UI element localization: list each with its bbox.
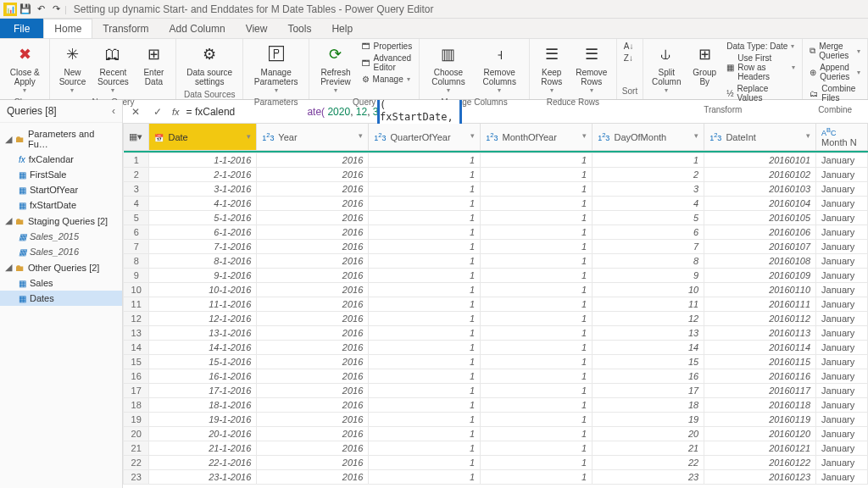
query-item[interactable]: ▦Sales [0, 275, 122, 291]
fx-icon[interactable]: fx [172, 107, 180, 117]
keep-rows-button[interactable]: ☰Keep Rows [535, 41, 569, 96]
app-icon: 📊 [3, 3, 17, 16]
remove-columns-button[interactable]: ⫞Remove Columns [476, 41, 524, 96]
sort-asc-button[interactable]: A↓ [622, 41, 636, 52]
refresh-preview-button[interactable]: ⟳Refresh Preview [314, 41, 356, 96]
group-by-button[interactable]: ⊞Group By [687, 41, 721, 88]
table-row[interactable]: 1010-1-20162016111020160110January [124, 283, 868, 297]
query-item[interactable]: ▦Dates [0, 291, 122, 306]
advanced-editor-button[interactable]: 🗔 Advanced Editor [360, 53, 415, 73]
recent-sources-button[interactable]: 🕮Recent Sources [92, 41, 133, 96]
column-header[interactable]: 📅 Date ▾ [149, 124, 257, 151]
table-row[interactable]: 11-1-2016201611120160101January [124, 153, 868, 168]
undo-icon[interactable]: ↶ [34, 3, 47, 16]
column-header[interactable]: 123 QuarterOfYear ▾ [369, 124, 481, 151]
queries-header-label: Queries [8] [7, 105, 57, 117]
query-item[interactable]: ▦StartOfYear [0, 182, 122, 197]
table-row[interactable]: 1919-1-20162016111920160119January [124, 413, 868, 427]
ribbon: ✖Close & Apply Close ✳New Source 🕮Recent… [0, 39, 868, 100]
enter-data-button[interactable]: ⊞Enter Data [136, 41, 170, 88]
table-row[interactable]: 22-1-2016201611220160102January [124, 168, 868, 182]
merge-queries-button[interactable]: ⧉ Merge Queries [808, 41, 862, 61]
collapse-queries-icon[interactable]: ‹ [112, 105, 115, 117]
table-row[interactable]: 99-1-2016201611920160109January [124, 269, 868, 283]
formula-bar: ✕ ✓ fx = fxCalend ( fxStartDate, ate( 20… [123, 100, 868, 124]
column-header[interactable]: 123 DateInt ▾ [704, 124, 816, 151]
close-apply-button[interactable]: ✖Close & Apply [5, 41, 44, 96]
data-type-button[interactable]: Data Type: Date [725, 41, 797, 52]
table-row[interactable]: 1111-1-20162016111120160111January [124, 297, 868, 312]
table-row[interactable]: 2121-1-20162016112120160121January [124, 441, 868, 456]
column-header[interactable]: ABC Month N [816, 124, 868, 151]
manage-parameters-button[interactable]: 🄿Manage Parameters [248, 41, 303, 96]
table-row[interactable]: 88-1-2016201611820160108January [124, 254, 868, 269]
title-bar: 📊 💾 ↶ ↷ | Setting up dynamic Start- and … [0, 0, 868, 19]
tab-add-column[interactable]: Add Column [159, 19, 236, 38]
cancel-formula-icon[interactable]: ✕ [128, 104, 143, 119]
query-item[interactable]: ▦Sales_2016 [0, 244, 122, 259]
table-row[interactable]: 1717-1-20162016111720160117January [124, 384, 868, 398]
table-row[interactable]: 55-1-2016201611520160105January [124, 211, 868, 225]
table-row[interactable]: 2323-1-20162016112320160123January [124, 470, 868, 485]
table-row[interactable]: 77-1-2016201611720160107January [124, 240, 868, 254]
tab-view[interactable]: View [236, 19, 278, 38]
accept-formula-icon[interactable]: ✓ [150, 104, 165, 119]
manage-button[interactable]: ⚙ Manage [360, 74, 415, 85]
data-source-settings-button[interactable]: ⚙Data source settings [181, 41, 237, 88]
save-icon[interactable]: 💾 [19, 3, 32, 16]
table-row[interactable]: 33-1-2016201611320160103January [124, 182, 868, 197]
tab-transform[interactable]: Transform [92, 19, 159, 38]
query-item[interactable]: ▦FirstSale [0, 167, 122, 182]
new-source-button[interactable]: ✳New Source [55, 41, 89, 96]
query-group[interactable]: ◢🖿Parameters and Fu… [0, 126, 122, 152]
queries-pane: Queries [8] ‹ ◢🖿Parameters and Fu…fxfxCa… [0, 100, 123, 488]
first-row-headers-button[interactable]: ▦ Use First Row as Headers [725, 53, 797, 82]
remove-rows-button[interactable]: ☰Remove Rows [572, 41, 611, 96]
table-row[interactable]: 1313-1-20162016111320160113January [124, 326, 868, 341]
data-grid[interactable]: ▦▾📅 Date ▾123 Year ▾123 QuarterOfYear ▾1… [123, 124, 868, 488]
sort-desc-button[interactable]: Z↓ [622, 53, 636, 64]
split-column-button[interactable]: ⫝Split Column [648, 41, 684, 96]
tab-tools[interactable]: Tools [277, 19, 321, 38]
queries-tree: ◢🖿Parameters and Fu…fxfxCalendar▦FirstSa… [0, 123, 122, 309]
choose-columns-button[interactable]: ▥Choose Columns [425, 41, 471, 96]
window-title: Setting up dynamic Start- and Enddates f… [74, 3, 434, 15]
tab-file[interactable]: File [0, 19, 43, 38]
table-row[interactable]: 44-1-2016201611420160104January [124, 197, 868, 211]
tab-home[interactable]: Home [43, 19, 92, 38]
table-row[interactable]: 1414-1-20162016111420160114January [124, 341, 868, 355]
table-row[interactable]: 1616-1-20162016111620160116January [124, 369, 868, 384]
query-group[interactable]: ◢🖿Staging Queries [2] [0, 213, 122, 229]
table-row[interactable]: 66-1-2016201611620160106January [124, 225, 868, 240]
query-item[interactable]: ▦fxStartDate [0, 197, 122, 213]
table-row[interactable]: 2222-1-20162016112220160122January [124, 456, 868, 470]
query-item[interactable]: ▦Sales_2015 [0, 229, 122, 244]
query-group[interactable]: ◢🖿Other Queries [2] [0, 259, 122, 275]
column-header[interactable]: 123 Year ▾ [257, 124, 369, 151]
table-row[interactable]: 2020-1-20162016112020160120January [124, 427, 868, 441]
table-row[interactable]: 1212-1-20162016111220160112January [124, 312, 868, 326]
append-queries-button[interactable]: ⊕ Append Queries [808, 62, 862, 82]
menu-bar: File Home Transform Add Column View Tool… [0, 19, 868, 39]
properties-button[interactable]: 🗔 Properties [360, 41, 415, 52]
table-row[interactable]: 1515-1-20162016111520160115January [124, 355, 868, 369]
tab-help[interactable]: Help [321, 19, 363, 38]
column-header[interactable]: 123 MonthOfYear ▾ [481, 124, 593, 151]
redo-icon[interactable]: ↷ [49, 3, 63, 16]
column-header[interactable]: ▦▾ [124, 124, 149, 151]
column-header[interactable]: 123 DayOfMonth ▾ [593, 124, 704, 151]
query-item[interactable]: fxfxCalendar [0, 152, 122, 167]
table-row[interactable]: 1818-1-20162016111820160118January [124, 398, 868, 413]
